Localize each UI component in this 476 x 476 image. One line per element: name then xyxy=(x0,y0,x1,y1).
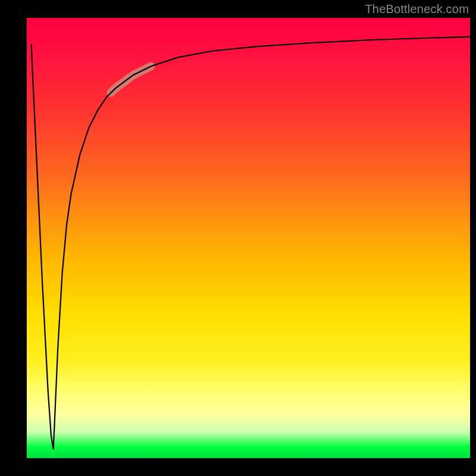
chart-container: TheBottleneck.com xyxy=(0,0,476,476)
plot-area xyxy=(27,18,470,458)
gradient-background xyxy=(27,18,470,458)
watermark-text: TheBottleneck.com xyxy=(365,2,469,16)
